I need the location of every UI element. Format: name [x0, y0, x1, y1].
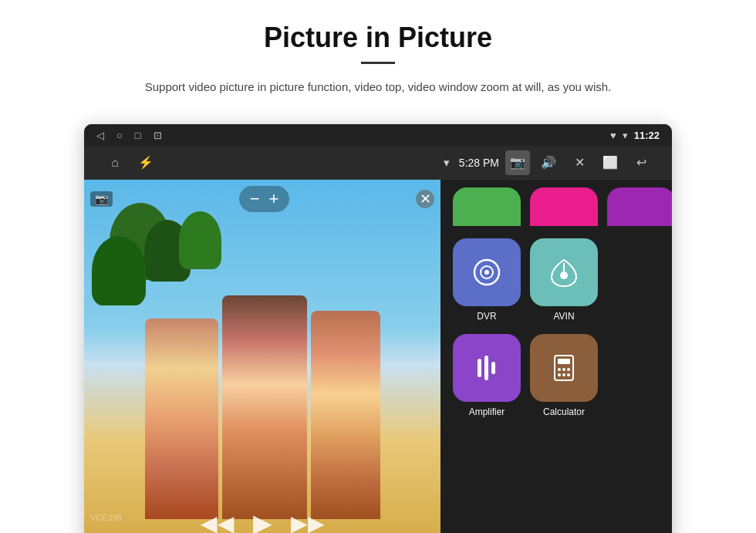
pip-zoom-in[interactable]: +	[269, 189, 279, 209]
app-calculator[interactable]: Calculator	[530, 334, 598, 417]
pip-button[interactable]: ⬜	[598, 150, 623, 175]
usb-icon: ⚡	[133, 150, 158, 175]
app-row-1: DVR AVIN	[453, 238, 672, 322]
svg-point-11	[562, 368, 565, 371]
status-left: ◁ ○ □ ⊡	[96, 130, 162, 141]
status-time: 11:22	[634, 130, 660, 141]
svg-rect-6	[484, 356, 488, 380]
pip-zoom-controls[interactable]: − +	[239, 186, 290, 212]
home-button[interactable]: ⌂	[103, 150, 127, 175]
camera-button[interactable]: 📷	[505, 150, 530, 175]
svg-point-12	[567, 368, 570, 371]
pip-play-button[interactable]: ▶	[253, 508, 272, 533]
avin-label: AVIN	[553, 311, 574, 322]
calculator-icon[interactable]	[530, 334, 598, 402]
nav-left: ⌂ ⚡	[103, 150, 158, 175]
close-button[interactable]: ✕	[567, 150, 592, 175]
status-right: ♥ ▾ 11:22	[610, 130, 660, 141]
title-divider	[361, 62, 395, 64]
location-icon: ♥	[610, 130, 616, 141]
app-avin[interactable]: AVIN	[530, 238, 598, 322]
nav-bar: ⌂ ⚡ ▾ 5:28 PM 📷 🔊 ✕ ⬜ ↩	[84, 146, 672, 180]
status-bar: ◁ ○ □ ⊡ ♥ ▾ 11:22	[84, 124, 672, 146]
pip-prev-button[interactable]: ◀◀	[201, 511, 235, 534]
volume-button[interactable]: 🔊	[536, 150, 561, 175]
wifi-nav-icon: ▾	[440, 153, 453, 173]
svg-point-13	[558, 373, 561, 376]
partial-icon-green[interactable]	[453, 187, 521, 226]
wifi-status-icon: ▾	[623, 130, 628, 141]
recents-nav-icon[interactable]: □	[135, 130, 141, 141]
pip-next-button[interactable]: ▶▶	[291, 511, 325, 534]
svg-point-14	[562, 373, 565, 376]
pip-container[interactable]: 📷 − + ✕ ◀◀ ▶ ▶▶ VCE399	[84, 180, 440, 533]
avin-icon[interactable]	[530, 238, 598, 306]
girl-3	[311, 311, 380, 519]
dvr-label: DVR	[477, 311, 496, 322]
screenshot-icon[interactable]: ⊡	[154, 130, 162, 141]
people-silhouettes	[107, 303, 417, 519]
girl-1	[145, 319, 218, 519]
nav-time: 5:28 PM	[459, 157, 499, 169]
page-title: Picture in Picture	[46, 22, 710, 54]
partial-icon-purple[interactable]	[607, 187, 672, 226]
pip-zoom-out[interactable]: −	[250, 189, 260, 209]
dvr-icon[interactable]	[453, 238, 521, 306]
pip-playback-controls[interactable]: ◀◀ ▶ ▶▶	[201, 508, 325, 533]
app-grid: DVR AVIN	[440, 180, 672, 533]
watermark: VCE399	[90, 513, 122, 522]
svg-rect-5	[478, 359, 481, 377]
partial-icon-pink[interactable]	[530, 187, 598, 226]
pip-close-button[interactable]: ✕	[416, 190, 434, 208]
amplifier-icon[interactable]	[453, 334, 521, 402]
app-row-2: Amplifier	[453, 334, 672, 417]
home-nav-icon[interactable]: ○	[116, 130, 123, 141]
page-header: Picture in Picture Support video picture…	[0, 0, 756, 109]
svg-rect-7	[491, 362, 495, 374]
svg-point-2	[484, 270, 489, 275]
svg-point-3	[560, 272, 568, 279]
main-area: 📷 − + ✕ ◀◀ ▶ ▶▶ VCE399	[84, 180, 672, 533]
pip-video: 📷 − + ✕ ◀◀ ▶ ▶▶ VCE399	[84, 180, 440, 533]
pip-top-controls: 📷 − + ✕	[90, 186, 434, 212]
page-subtitle: Support video picture in picture functio…	[108, 78, 648, 96]
pip-camera-icon: 📷	[90, 191, 113, 207]
partial-app-row	[453, 187, 672, 226]
app-dvr[interactable]: DVR	[453, 238, 521, 322]
svg-point-15	[567, 373, 570, 376]
back-button[interactable]: ↩	[629, 150, 653, 175]
back-nav-icon[interactable]: ◁	[96, 130, 104, 141]
app-amplifier[interactable]: Amplifier	[453, 334, 521, 417]
girl-2	[222, 295, 307, 519]
calculator-label: Calculator	[543, 406, 585, 417]
svg-point-10	[558, 368, 561, 371]
svg-rect-9	[558, 359, 570, 364]
nav-right: ▾ 5:28 PM 📷 🔊 ✕ ⬜ ↩	[440, 150, 653, 175]
amplifier-label: Amplifier	[469, 406, 505, 417]
device-frame: ◁ ○ □ ⊡ ♥ ▾ 11:22 ⌂ ⚡ ▾ 5:28 PM 📷 🔊 ✕ ⬜ …	[84, 124, 672, 533]
